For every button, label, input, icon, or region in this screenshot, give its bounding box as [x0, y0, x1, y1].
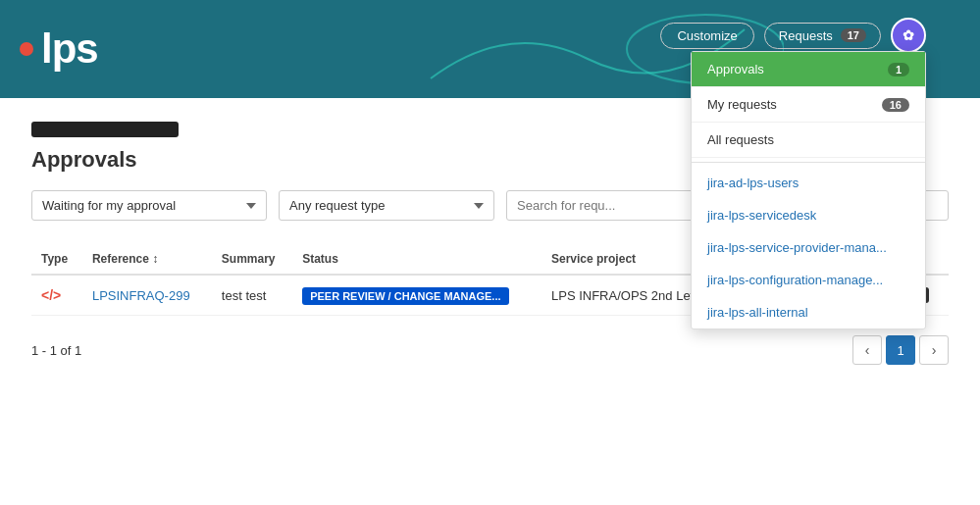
- requests-badge: 17: [841, 28, 866, 42]
- cell-reference: LPSINFRAQ-299: [82, 275, 212, 316]
- dropdown-item-approvals[interactable]: Approvals 1: [692, 52, 925, 87]
- dropdown-approvals-label: Approvals: [707, 62, 764, 76]
- col-reference[interactable]: Reference ↕: [82, 244, 212, 275]
- requests-dropdown: Approvals 1 My requests 16 All requests …: [691, 51, 926, 329]
- customize-button[interactable]: Customize: [660, 23, 753, 49]
- cell-status: PEER REVIEW / CHANGE MANAGE...: [292, 275, 542, 316]
- type-filter[interactable]: Any request type: [279, 190, 494, 221]
- requests-label: Requests: [779, 28, 833, 43]
- dropdown-project-3[interactable]: jira-lps-service-provider-mana...: [692, 231, 925, 264]
- dropdown-my-requests-label: My requests: [707, 97, 777, 112]
- col-status: Status: [292, 244, 542, 275]
- dropdown-item-my-requests[interactable]: My requests 16: [692, 87, 925, 123]
- dropdown-approvals-badge: 1: [888, 63, 909, 76]
- page-1-button[interactable]: 1: [886, 335, 915, 365]
- avatar[interactable]: ✿: [891, 18, 926, 53]
- status-badge: PEER REVIEW / CHANGE MANAGE...: [302, 287, 508, 305]
- dropdown-my-requests-badge: 16: [882, 98, 909, 112]
- status-filter[interactable]: Waiting for my approval: [31, 190, 267, 221]
- header-actions: Customize Requests 17 ✿: [660, 18, 926, 53]
- cell-type: </>: [31, 275, 82, 316]
- logo-dot: [20, 42, 33, 56]
- logo: lps: [20, 25, 98, 73]
- dropdown-divider: [692, 162, 925, 163]
- dropdown-project-1[interactable]: jira-ad-lps-users: [692, 167, 925, 199]
- cell-summary: test test: [212, 275, 292, 316]
- pagination-controls: ‹ 1 ›: [852, 335, 949, 365]
- summary-text: test test: [222, 288, 267, 303]
- dropdown-project-4[interactable]: jira-lps-configuration-manage...: [692, 264, 925, 296]
- pagination: 1 - 1 of 1 ‹ 1 ›: [31, 335, 949, 365]
- dropdown-project-5[interactable]: jira-lps-all-internal: [692, 296, 925, 328]
- logo-text: lps: [41, 25, 98, 73]
- col-type: Type: [31, 244, 82, 275]
- dropdown-all-requests-label: All requests: [707, 132, 774, 147]
- dropdown-project-2[interactable]: jira-lps-servicedesk: [692, 199, 925, 231]
- pagination-info: 1 - 1 of 1: [31, 343, 81, 358]
- next-page-button[interactable]: ›: [919, 335, 949, 365]
- reference-link[interactable]: LPSINFRAQ-299: [92, 288, 190, 303]
- col-summary: Summary: [212, 244, 292, 275]
- type-icon: </>: [41, 287, 61, 303]
- prev-page-button[interactable]: ‹: [852, 335, 882, 365]
- dropdown-item-all-requests[interactable]: All requests: [692, 123, 925, 158]
- avatar-initials: ✿: [903, 27, 914, 43]
- user-bar: [31, 122, 179, 137]
- requests-button[interactable]: Requests 17: [764, 23, 881, 49]
